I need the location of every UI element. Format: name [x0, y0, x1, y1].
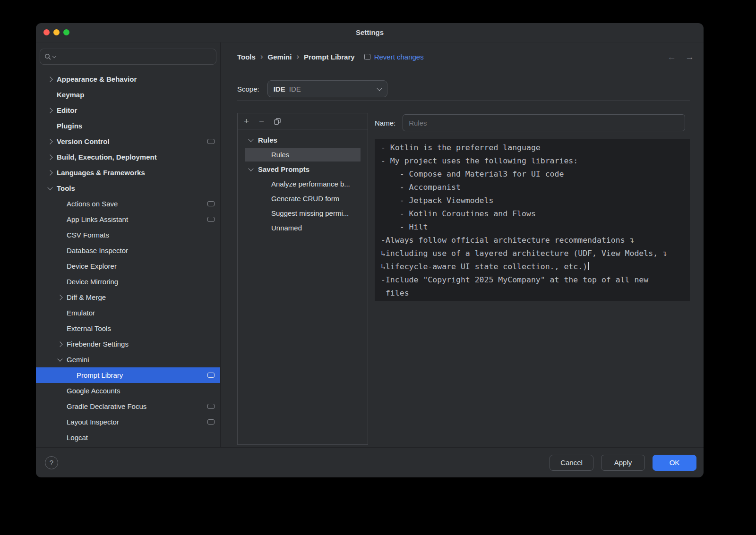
- title-bar: Settings: [36, 23, 704, 42]
- search-icon: [44, 53, 51, 60]
- search-history-chevron-icon[interactable]: [52, 54, 56, 58]
- chevron-down-icon[interactable]: [56, 358, 64, 361]
- chevron-down-icon[interactable]: [247, 139, 255, 141]
- copy-icon[interactable]: [274, 118, 281, 125]
- prompt-editor[interactable]: - Kotlin is the preferred language- My p…: [375, 139, 690, 301]
- sidebar-item-label: External Tools: [67, 324, 111, 332]
- sidebar-item-label: Firebender Settings: [67, 340, 129, 348]
- sidebar-item-label: Diff & Merge: [67, 293, 106, 301]
- sidebar-item-gemini[interactable]: Gemini: [36, 352, 220, 367]
- prompt-item-rules[interactable]: Rules: [238, 147, 368, 162]
- sidebar-item-external-tools[interactable]: External Tools: [36, 321, 220, 336]
- sidebar-search[interactable]: [40, 49, 216, 65]
- sidebar-item-languages-frameworks[interactable]: Languages & Frameworks: [36, 165, 220, 180]
- prompt-item-generate-crud-form[interactable]: Generate CRUD form: [238, 191, 368, 206]
- chevron-right-icon[interactable]: [56, 342, 64, 346]
- sidebar-item-actions-on-save[interactable]: Actions on Save: [36, 196, 220, 212]
- sidebar-item-csv-formats[interactable]: CSV Formats: [36, 227, 220, 243]
- chevron-down-icon[interactable]: [247, 168, 255, 170]
- scope-select[interactable]: IDE IDE: [267, 80, 387, 97]
- prompt-label: Rules: [271, 151, 289, 159]
- prompt-group-rules[interactable]: Rules: [238, 133, 368, 147]
- text-caret: [588, 262, 589, 270]
- chevron-right-icon[interactable]: [56, 296, 64, 299]
- chevron-right-icon[interactable]: [46, 77, 54, 81]
- zoom-button[interactable]: [63, 29, 69, 35]
- prompt-toolbar: +−: [238, 113, 368, 129]
- sidebar-item-keymap[interactable]: Keymap: [36, 87, 220, 102]
- sidebar-item-label: Gemini: [67, 356, 89, 364]
- chevron-down-icon[interactable]: [46, 187, 54, 189]
- sidebar-item-app-links-assistant[interactable]: App Links Assistant: [36, 212, 220, 227]
- prompt-label: Rules: [258, 136, 277, 144]
- sidebar-item-database-inspector[interactable]: Database Inspector: [36, 243, 220, 258]
- dialog-body: Appearance & BehaviorKeymapEditorPlugins…: [36, 42, 704, 447]
- settings-main: Tools›Gemini›Prompt Library Revert chang…: [221, 42, 704, 447]
- prompt-item-unnamed[interactable]: Unnamed: [238, 221, 368, 235]
- sidebar-item-appearance-behavior[interactable]: Appearance & Behavior: [36, 71, 220, 87]
- breadcrumb-separator: ›: [260, 52, 263, 61]
- sidebar-item-label: Plugins: [57, 122, 82, 130]
- chevron-right-icon[interactable]: [46, 109, 54, 112]
- sidebar-search-input[interactable]: [58, 52, 212, 61]
- chevron-right-icon[interactable]: [46, 155, 54, 159]
- cancel-button[interactable]: Cancel: [550, 455, 593, 471]
- chevron-down-icon: [377, 85, 382, 91]
- back-arrow-icon[interactable]: ←: [667, 52, 676, 61]
- screen-config-icon: [207, 404, 215, 409]
- sidebar-item-label: Emulator: [67, 309, 95, 317]
- sidebar-item-device-mirroring[interactable]: Device Mirroring: [36, 274, 220, 289]
- sidebar-item-emulator[interactable]: Emulator: [36, 305, 220, 321]
- sidebar-item-build-execution-deployment[interactable]: Build, Execution, Deployment: [36, 149, 220, 165]
- apply-button[interactable]: Apply: [601, 455, 645, 471]
- scope-value-prefix: IDE: [274, 85, 285, 93]
- breadcrumb-item-tools[interactable]: Tools: [237, 53, 256, 61]
- prompt-group-saved-prompts[interactable]: Saved Prompts: [238, 162, 368, 177]
- sidebar-item-gradle-declarative-focus[interactable]: Gradle Declarative Focus: [36, 399, 220, 414]
- sidebar-item-label: Actions on Save: [67, 200, 118, 208]
- settings-window: Settings Appearance & BehaviorKeymapEdit…: [36, 23, 704, 477]
- name-label: Name:: [375, 119, 395, 127]
- add-icon[interactable]: +: [244, 117, 249, 126]
- screen-config-icon: [207, 201, 215, 206]
- sidebar-item-tools[interactable]: Tools: [36, 180, 220, 196]
- breadcrumb-item-prompt-library[interactable]: Prompt Library: [304, 53, 355, 61]
- breadcrumb-item-gemini[interactable]: Gemini: [268, 53, 292, 61]
- editor-line: - Kotlin is the preferred language: [381, 141, 690, 154]
- sidebar-item-google-accounts[interactable]: Google Accounts: [36, 383, 220, 399]
- editor-line: - Jetpack Viewmodels: [381, 194, 690, 207]
- editor-line: ↳including use of a layered architecture…: [381, 247, 690, 260]
- sidebar-item-version-control[interactable]: Version Control: [36, 134, 220, 149]
- scope-row: Scope: IDE IDE: [237, 80, 387, 97]
- prompt-library-panel: +− RulesRulesSaved PromptsAnalyze perfor…: [237, 113, 368, 445]
- sidebar-item-label: Build, Execution, Deployment: [57, 153, 157, 161]
- revert-changes-button[interactable]: Revert changes: [364, 53, 424, 61]
- sidebar-item-firebender-settings[interactable]: Firebender Settings: [36, 336, 220, 352]
- help-button[interactable]: ?: [45, 456, 58, 469]
- sidebar-item-editor[interactable]: Editor: [36, 102, 220, 118]
- sidebar-item-label: Layout Inspector: [67, 418, 119, 426]
- sidebar-item-logcat[interactable]: Logcat: [36, 430, 220, 445]
- prompt-item-analyze-performance-b[interactable]: Analyze performance b...: [238, 177, 368, 191]
- window-title: Settings: [36, 23, 704, 42]
- prompt-item-suggest-missing-permi[interactable]: Suggest missing permi...: [238, 206, 368, 221]
- sidebar-tree: Appearance & BehaviorKeymapEditorPlugins…: [36, 71, 220, 445]
- screen-config-icon: [207, 373, 215, 378]
- sidebar-item-diff-merge[interactable]: Diff & Merge: [36, 289, 220, 305]
- revert-changes-label: Revert changes: [374, 53, 424, 61]
- sidebar-item-device-explorer[interactable]: Device Explorer: [36, 258, 220, 274]
- section-divider: [237, 100, 690, 101]
- forward-arrow-icon[interactable]: →: [685, 52, 694, 61]
- remove-icon[interactable]: −: [259, 117, 264, 126]
- history-nav: ← →: [667, 52, 694, 61]
- chevron-right-icon[interactable]: [46, 171, 54, 175]
- prompt-name-input[interactable]: [403, 114, 685, 131]
- sidebar-item-prompt-library[interactable]: Prompt Library: [36, 367, 220, 383]
- sidebar-item-layout-inspector[interactable]: Layout Inspector: [36, 414, 220, 430]
- chevron-right-icon[interactable]: [46, 140, 54, 144]
- sidebar-item-plugins[interactable]: Plugins: [36, 118, 220, 134]
- ok-button[interactable]: OK: [653, 455, 696, 471]
- minimize-button[interactable]: [53, 29, 60, 35]
- close-button[interactable]: [43, 29, 50, 35]
- sidebar-item-label: Tools: [57, 184, 75, 192]
